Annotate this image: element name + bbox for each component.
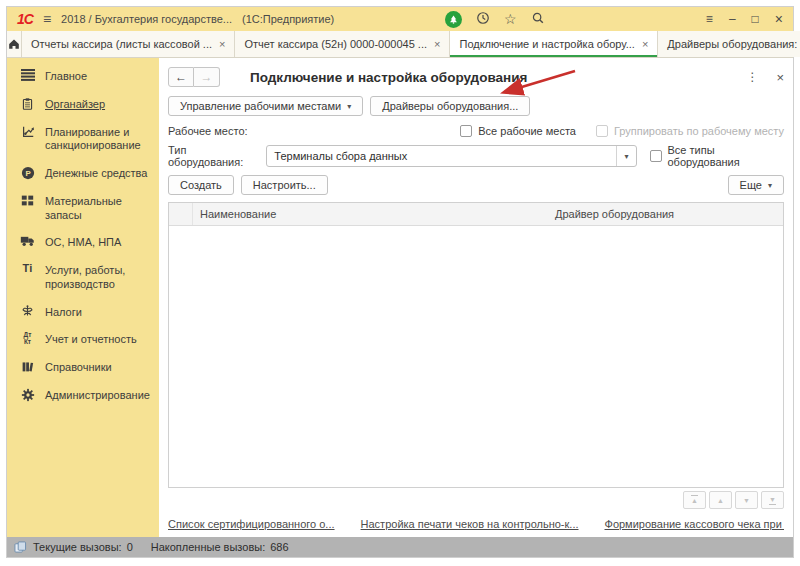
close-tab-icon[interactable]: × xyxy=(434,38,440,50)
equipment-type-label: Тип оборудования: xyxy=(168,144,260,168)
functions-menu-icon[interactable]: ≡ xyxy=(706,13,713,25)
minimize-button[interactable]: – xyxy=(729,13,736,25)
table-nav-buttons: ▲ ▲ ▼ ▼ xyxy=(168,491,784,509)
clipboard-icon xyxy=(19,97,36,111)
main-menu-icon[interactable]: ≡ xyxy=(43,11,51,27)
combo-dropdown-icon[interactable]: ▾ xyxy=(616,146,636,166)
truck-icon xyxy=(19,235,36,247)
sidebar-item-taxes[interactable]: Налоги xyxy=(7,299,159,327)
fir-tree-icon xyxy=(448,14,459,25)
tab-cashier-reports[interactable]: Отчеты кассира (листы кассовой ... × xyxy=(22,31,235,57)
go-first-button[interactable]: ▲ xyxy=(683,491,706,509)
table-selector-column xyxy=(169,203,193,225)
equipment-drivers-button[interactable]: Драйверы оборудования... xyxy=(370,96,530,116)
configure-button[interactable]: Настроить... xyxy=(241,175,328,195)
manage-workplaces-button[interactable]: Управление рабочими местами ▾ xyxy=(168,96,363,116)
equipment-table: Наименование Драйвер оборудования xyxy=(168,202,784,488)
app-window: 1С ≡ 2018 / Бухгалтерия государстве... (… xyxy=(6,6,794,558)
all-workplaces-checkbox[interactable]: Все рабочие места xyxy=(460,125,576,137)
accumulated-calls-value: 686 xyxy=(270,541,288,553)
sidebar-item-services[interactable]: Тi Услуги, работы, производство xyxy=(7,257,159,299)
sidebar-item-planning[interactable]: Планирование и санкционирование xyxy=(7,119,159,161)
related-links: Список сертифицированного о... Настройка… xyxy=(168,513,784,537)
more-button[interactable]: Еще ▾ xyxy=(728,175,784,195)
table-header: Наименование Драйвер оборудования xyxy=(169,203,783,226)
sidebar-item-fixed-assets[interactable]: ОС, НМА, НПА xyxy=(7,229,159,257)
more-menu-icon[interactable]: ⋮ xyxy=(746,70,758,84)
link-certified-list[interactable]: Список сертифицированного о... xyxy=(168,518,335,530)
grid-boxes-icon xyxy=(19,194,36,207)
app-name: (1С:Предприятие) xyxy=(242,13,334,25)
title-bar: 1С ≡ 2018 / Бухгалтерия государстве... (… xyxy=(7,7,793,31)
svg-text:Р: Р xyxy=(25,169,30,178)
home-icon xyxy=(7,37,21,51)
close-panel-icon[interactable]: × xyxy=(776,70,784,85)
maximize-button[interactable]: □ xyxy=(752,13,759,25)
1c-logo: 1С xyxy=(17,11,33,27)
sidebar-item-accounting[interactable]: ДтКт Учет и отчетность xyxy=(7,326,159,354)
current-calls-label: Текущие вызовы: xyxy=(33,541,122,553)
status-bar: Текущие вызовы: 0 Накопленные вызовы: 68… xyxy=(7,537,793,557)
favorites-icon[interactable]: ☆ xyxy=(504,11,517,27)
service-messages-icon[interactable] xyxy=(445,11,462,28)
sidebar-item-money[interactable]: Р Денежные средства xyxy=(7,160,159,188)
page-title: Подключение и настройка оборудования xyxy=(250,70,527,85)
accumulated-calls-label: Накопленные вызовы: xyxy=(151,541,265,553)
section-sidebar: Главное Органайзер Планирование и санкци… xyxy=(7,58,159,537)
back-button[interactable]: ← xyxy=(168,67,194,87)
sidebar-item-organizer[interactable]: Органайзер xyxy=(7,91,159,119)
link-receipt-generation[interactable]: Формирование кассового чека при осуществ… xyxy=(605,518,784,530)
column-header-name[interactable]: Наименование xyxy=(193,203,548,225)
gear-icon xyxy=(19,388,36,402)
tab-equipment-drivers[interactable]: Драйверы оборудования: Драйве... × xyxy=(658,31,800,57)
go-up-button[interactable]: ▲ xyxy=(709,491,732,509)
sidebar-item-administration[interactable]: Администрирование xyxy=(7,382,159,410)
equipment-setup-panel: ← → Подключение и настройка оборудования… xyxy=(159,58,793,537)
window-title: 2018 / Бухгалтерия государстве... xyxy=(61,13,232,25)
close-window-button[interactable]: × xyxy=(775,12,783,26)
all-equipment-types-checkbox[interactable]: Все типы оборудования xyxy=(650,144,784,168)
current-calls-value: 0 xyxy=(127,541,133,553)
sidebar-item-references[interactable]: Справочники xyxy=(7,354,159,382)
books-icon xyxy=(19,360,36,373)
close-tab-icon[interactable]: × xyxy=(219,38,225,50)
search-icon[interactable] xyxy=(531,11,545,27)
chevron-down-icon: ▾ xyxy=(768,181,772,190)
sidebar-item-main[interactable]: Главное xyxy=(7,63,159,91)
hamburger-icon xyxy=(19,69,36,81)
chart-arrow-icon xyxy=(19,125,36,139)
tab-bar: Отчеты кассира (листы кассовой ... × Отч… xyxy=(7,31,793,58)
close-tab-icon[interactable]: × xyxy=(642,38,648,50)
chevron-down-icon: ▾ xyxy=(347,102,351,111)
history-icon[interactable] xyxy=(476,11,490,27)
create-button[interactable]: Создать xyxy=(168,175,234,195)
equipment-type-select[interactable]: Терминалы сбора данных ▾ xyxy=(266,145,637,167)
calls-indicator-icon xyxy=(14,541,27,553)
tab-cashier-report-52n[interactable]: Отчет кассира (52н) 0000-000045 ... × xyxy=(235,31,450,57)
eagle-emblem-icon xyxy=(19,305,36,318)
dt-kt-icon: ДтКт xyxy=(19,332,36,345)
sidebar-item-materials[interactable]: Материальные запасы xyxy=(7,188,159,230)
checkbox-icon xyxy=(460,125,472,137)
checkbox-icon xyxy=(650,150,662,162)
forward-button[interactable]: → xyxy=(194,67,220,87)
checkbox-icon xyxy=(596,125,608,137)
go-last-button[interactable]: ▼ xyxy=(761,491,784,509)
column-header-driver[interactable]: Драйвер оборудования xyxy=(548,203,783,225)
go-down-button[interactable]: ▼ xyxy=(735,491,758,509)
tab-home[interactable] xyxy=(7,31,22,57)
tab-equipment-setup[interactable]: Подключение и настройка обору... × xyxy=(450,31,658,57)
table-body-empty[interactable] xyxy=(169,226,783,487)
workplace-label: Рабочее место: xyxy=(168,125,248,137)
ti-letters-icon: Тi xyxy=(19,263,36,274)
group-by-workplace-checkbox: Группировать по рабочему месту xyxy=(596,125,784,137)
ruble-coin-icon: Р xyxy=(19,166,36,180)
link-receipt-print-setup[interactable]: Настройка печати чеков на контрольно-к..… xyxy=(361,518,579,530)
